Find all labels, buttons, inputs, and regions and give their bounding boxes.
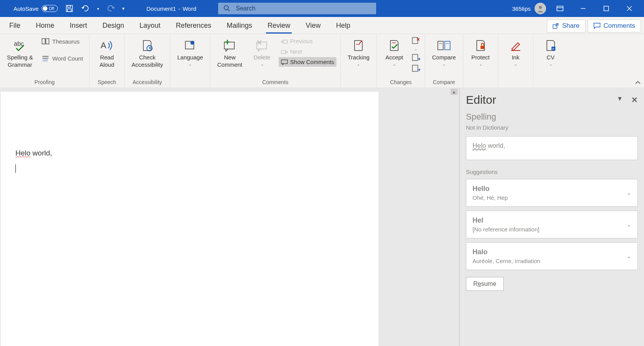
tab-design[interactable]: Design <box>101 19 126 34</box>
group-protect: Protect ⌄ <box>463 34 498 88</box>
save-icon[interactable] <box>65 4 74 13</box>
new-comment-label: New Comment <box>217 54 242 69</box>
maximize-button[interactable] <box>597 0 615 17</box>
undo-dropdown-icon[interactable]: ▾ <box>97 7 99 11</box>
delete-comment-label: Delete <box>254 54 270 61</box>
ribbon-display-button[interactable] <box>551 0 569 17</box>
group-label-protect <box>467 78 494 87</box>
collapse-ribbon-button[interactable] <box>635 81 641 85</box>
group-label-language <box>174 78 206 87</box>
group-label-tracking <box>345 78 373 87</box>
previous-change-button[interactable] <box>411 53 421 62</box>
document-line-2[interactable] <box>15 164 378 173</box>
comments-button[interactable]: Comments <box>588 19 641 32</box>
suggestion-sub: Ohé, Hé, Hep <box>472 194 508 201</box>
tab-view[interactable]: View <box>304 19 322 34</box>
show-comments-button[interactable]: Show Comments <box>279 57 336 67</box>
share-label: Share <box>562 22 579 30</box>
chevron-down-icon: ⌄ <box>261 62 264 66</box>
editor-close-button[interactable]: ✕ <box>631 95 638 105</box>
svg-rect-1 <box>67 5 71 7</box>
svg-text:A: A <box>101 41 106 50</box>
chevron-down-icon: ⌄ <box>442 62 446 66</box>
next-change-button[interactable] <box>411 64 421 73</box>
tab-layout[interactable]: Layout <box>138 19 162 34</box>
thesaurus-button[interactable]: Thesaurus <box>39 36 86 46</box>
cv-button[interactable]: in CV ⌄ <box>537 36 564 68</box>
qat-customize-icon[interactable]: ▾ <box>122 6 124 11</box>
show-comments-icon <box>281 59 288 65</box>
suggestion-title: Halo <box>472 248 540 256</box>
word-count-button[interactable]: 123 Word Count <box>39 53 86 63</box>
group-proofing: abc Spelling & Grammar Thesaurus 123 Wor… <box>0 34 89 88</box>
compare-button[interactable]: Compare ⌄ <box>429 36 459 68</box>
accept-button[interactable]: Accept ⌄ <box>381 36 408 68</box>
ribbon-tabs: File Home Insert Design Layout Reference… <box>0 17 644 34</box>
svg-text:123: 123 <box>42 59 48 62</box>
group-tracking: Tracking ⌄ <box>341 34 377 88</box>
minimize-button[interactable] <box>574 0 592 17</box>
undo-button[interactable] <box>81 4 90 13</box>
suggestion-item[interactable]: Halo Auréole, Cerne, Irradiation ⌄ <box>466 242 638 270</box>
svg-rect-2 <box>67 9 71 12</box>
svg-rect-14 <box>42 39 45 44</box>
group-label-cv <box>537 78 564 87</box>
tracking-button[interactable]: Tracking ⌄ <box>345 36 373 68</box>
spelling-label: Spelling & Grammar <box>7 54 33 69</box>
search-box[interactable]: Search <box>218 3 376 14</box>
spelling-grammar-button[interactable]: abc Spelling & Grammar <box>4 36 36 70</box>
chevron-down-icon: ⌄ <box>393 62 396 66</box>
suggestion-item[interactable]: Hel [No reference information] ⌄ <box>466 211 638 238</box>
tab-mailings[interactable]: Mailings <box>225 19 254 34</box>
chevron-down-icon[interactable]: ⌄ <box>627 221 631 228</box>
protect-button[interactable]: Protect ⌄ <box>467 36 494 68</box>
read-aloud-button[interactable]: A Read Aloud <box>93 36 120 70</box>
language-button[interactable]: Language ⌄ <box>174 36 206 68</box>
new-comment-button[interactable]: New Comment <box>214 36 245 70</box>
tab-help[interactable]: Help <box>335 19 352 34</box>
chevron-down-icon: ⌄ <box>479 62 482 66</box>
tab-review[interactable]: Review <box>266 19 292 34</box>
tab-file[interactable]: File <box>8 19 22 34</box>
user-account[interactable]: 365tips <box>512 3 546 14</box>
suggestion-item[interactable]: Hello Ohé, Hé, Hep ⌄ <box>466 179 638 207</box>
misspelled-word[interactable]: Helo <box>15 149 30 157</box>
cv-icon: in <box>543 38 558 53</box>
compare-icon <box>436 38 452 53</box>
editor-options-button[interactable]: ▼ <box>617 95 623 105</box>
autosave-toggle[interactable]: Off <box>42 5 58 12</box>
document-line-1[interactable]: Helo world, <box>15 149 378 157</box>
delete-comment-icon <box>254 38 270 53</box>
user-avatar-icon <box>535 3 546 14</box>
autosave-control[interactable]: AutoSave Off <box>13 5 58 12</box>
close-button[interactable] <box>620 0 639 17</box>
svg-rect-9 <box>604 6 609 11</box>
svg-rect-6 <box>557 6 563 11</box>
tab-insert[interactable]: Insert <box>68 19 89 34</box>
resume-button[interactable]: Resume <box>466 277 504 291</box>
scroll-up-button[interactable]: ▲ <box>451 89 457 95</box>
reject-dropdown[interactable]: ⌄ <box>411 47 421 51</box>
chevron-down-icon[interactable]: ⌄ <box>627 190 631 196</box>
previous-icon <box>281 39 288 44</box>
share-button[interactable]: Share <box>547 19 585 32</box>
comments-label: Comments <box>604 22 635 30</box>
language-label: Language <box>177 54 203 61</box>
tab-home[interactable]: Home <box>34 19 56 34</box>
doc-text: world, <box>30 149 52 157</box>
svg-rect-15 <box>46 39 49 44</box>
accessibility-icon <box>140 38 155 53</box>
svg-line-4 <box>228 9 230 11</box>
check-accessibility-button[interactable]: Check Accessibility <box>128 36 166 70</box>
ink-button[interactable]: Ink ⌄ <box>502 36 529 68</box>
tab-references[interactable]: References <box>174 19 213 34</box>
page[interactable]: Helo world, <box>1 92 378 346</box>
title-bar: AutoSave Off ▾ ▾ Document1 - Word Search… <box>0 0 644 17</box>
chevron-down-icon: ⌄ <box>357 62 360 66</box>
accept-label: Accept <box>385 54 403 61</box>
share-icon <box>553 23 559 29</box>
reject-button[interactable] <box>411 36 421 45</box>
redo-button[interactable] <box>106 4 115 13</box>
svg-rect-23 <box>224 42 234 49</box>
chevron-down-icon[interactable]: ⌄ <box>627 253 631 259</box>
